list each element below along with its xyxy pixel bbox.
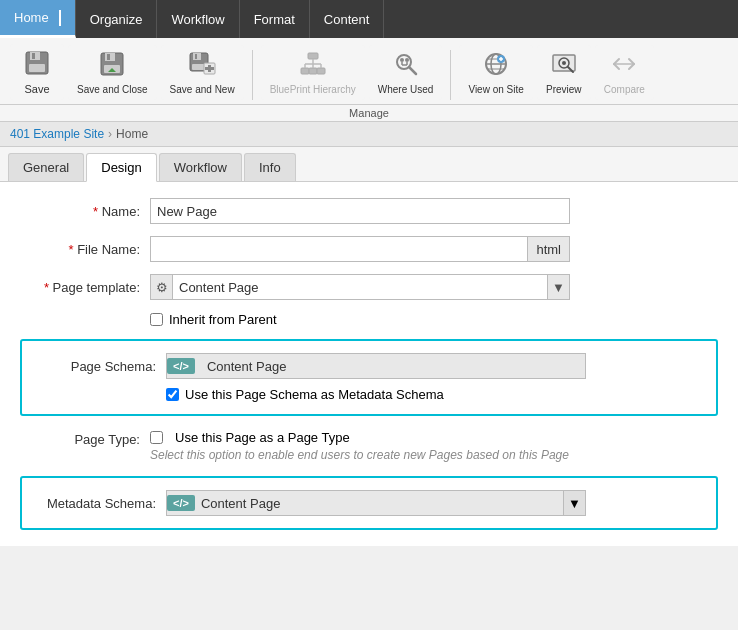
- nav-workflow[interactable]: Workflow: [157, 0, 239, 38]
- save-close-icon: [98, 50, 126, 82]
- save-icon: [23, 49, 51, 81]
- nav-format[interactable]: Format: [240, 0, 310, 38]
- page-type-checkbox-label[interactable]: Use this Page as a Page Type: [175, 430, 350, 445]
- save-close-button[interactable]: Save and Close: [68, 45, 157, 100]
- breadcrumb-site[interactable]: 401 Example Site: [10, 127, 104, 141]
- page-schema-row: Page Schema: </>: [36, 353, 702, 379]
- page-schema-label: Page Schema:: [36, 359, 166, 374]
- view-site-icon: [482, 50, 510, 82]
- svg-rect-7: [107, 54, 110, 60]
- template-dropdown-button[interactable]: ▼: [548, 274, 570, 300]
- view-site-button[interactable]: View on Site: [459, 45, 532, 100]
- svg-point-42: [562, 61, 566, 65]
- use-schema-label[interactable]: Use this Page Schema as Metadata Schema: [185, 387, 444, 402]
- preview-icon: [550, 50, 578, 82]
- tab-workflow[interactable]: Workflow: [159, 153, 242, 181]
- filename-label: File Name:: [20, 242, 150, 257]
- breadcrumb: 401 Example Site › Home: [0, 122, 738, 147]
- breadcrumb-separator: ›: [108, 127, 112, 141]
- metadata-schema-row: Metadata Schema: </> ▼: [36, 490, 702, 516]
- svg-line-26: [409, 67, 416, 74]
- ribbon-manage-label: Manage: [0, 105, 738, 122]
- use-schema-row: Use this Page Schema as Metadata Schema: [36, 387, 702, 402]
- ribbon: Save Save and Close: [0, 38, 738, 105]
- preview-button[interactable]: Preview: [537, 45, 591, 100]
- use-schema-checkbox[interactable]: [166, 388, 179, 401]
- manage-text: Manage: [349, 107, 389, 119]
- inherit-row: Inherit from Parent: [20, 312, 718, 327]
- nav-organize-label: Organize: [90, 12, 143, 27]
- template-input[interactable]: [172, 274, 548, 300]
- metadata-schema-icon: </>: [167, 495, 195, 511]
- nav-content-label: Content: [324, 12, 370, 27]
- metadata-dropdown-button[interactable]: ▼: [563, 491, 585, 515]
- where-used-label: Where Used: [378, 84, 434, 95]
- save-new-label: Save and New: [170, 84, 235, 95]
- nav-content[interactable]: Content: [310, 0, 385, 38]
- name-row: Name:: [20, 198, 718, 224]
- filename-extension: html: [527, 236, 570, 262]
- tab-info[interactable]: Info: [244, 153, 296, 181]
- save-button[interactable]: Save: [10, 44, 64, 100]
- svg-rect-19: [317, 68, 325, 74]
- svg-point-27: [400, 58, 404, 62]
- template-row: Page template: ⚙ ▼: [20, 274, 718, 300]
- save-label: Save: [24, 83, 49, 95]
- save-close-label: Save and Close: [77, 84, 148, 95]
- compare-icon: [610, 50, 638, 82]
- svg-rect-17: [301, 68, 309, 74]
- blueprint-icon: [299, 50, 327, 82]
- main-content: Name: File Name: html Page template: ⚙ ▼…: [0, 182, 738, 546]
- breadcrumb-page: Home: [116, 127, 148, 141]
- template-label: Page template:: [20, 280, 150, 295]
- view-site-label: View on Site: [468, 84, 523, 95]
- tab-bar: General Design Workflow Info: [0, 147, 738, 182]
- page-type-description: Select this option to enable end users t…: [150, 448, 718, 462]
- schema-code-icon: </>: [167, 358, 195, 374]
- nav-bar: Home Organize Workflow Format Content: [0, 0, 738, 38]
- svg-rect-11: [192, 64, 205, 70]
- compare-label: Compare: [604, 84, 645, 95]
- page-type-content: Use this Page as a Page Type Select this…: [150, 430, 718, 462]
- inherit-label[interactable]: Inherit from Parent: [169, 312, 277, 327]
- svg-rect-2: [29, 64, 45, 72]
- name-label: Name:: [20, 204, 150, 219]
- blueprint-label: BluePrint Hierarchy: [270, 84, 356, 95]
- nav-organize[interactable]: Organize: [76, 0, 158, 38]
- blueprint-button[interactable]: BluePrint Hierarchy: [261, 45, 365, 100]
- tab-general[interactable]: General: [8, 153, 84, 181]
- page-type-label: Page Type:: [20, 430, 150, 447]
- nav-home-label: Home: [14, 10, 49, 25]
- filename-input[interactable]: [150, 236, 527, 262]
- metadata-schema-label: Metadata Schema:: [36, 496, 166, 511]
- name-input[interactable]: [150, 198, 570, 224]
- svg-rect-16: [308, 53, 318, 59]
- ribbon-divider-2: [450, 50, 451, 100]
- filename-row: File Name: html: [20, 236, 718, 262]
- nav-home[interactable]: Home: [0, 0, 76, 38]
- save-new-icon: [188, 50, 216, 82]
- page-schema-input[interactable]: [201, 354, 585, 378]
- svg-point-28: [405, 58, 409, 62]
- tab-design[interactable]: Design: [86, 153, 156, 182]
- preview-label: Preview: [546, 84, 582, 95]
- inherit-checkbox[interactable]: [150, 313, 163, 326]
- svg-rect-12: [195, 54, 197, 59]
- svg-rect-18: [309, 68, 317, 74]
- svg-rect-15: [205, 67, 214, 70]
- ribbon-divider-1: [252, 50, 253, 100]
- nav-format-label: Format: [254, 12, 295, 27]
- compare-button[interactable]: Compare: [595, 45, 654, 100]
- svg-rect-3: [32, 53, 35, 59]
- page-schema-section: Page Schema: </> Use this Page Schema as…: [20, 339, 718, 416]
- metadata-schema-input[interactable]: [195, 491, 563, 515]
- where-used-icon: [392, 50, 420, 82]
- template-gear-icon: ⚙: [150, 274, 172, 300]
- nav-workflow-label: Workflow: [171, 12, 224, 27]
- where-used-button[interactable]: Where Used: [369, 45, 443, 100]
- save-new-button[interactable]: Save and New: [161, 45, 244, 100]
- page-type-row: Use this Page as a Page Type: [150, 430, 718, 445]
- page-type-checkbox[interactable]: [150, 431, 163, 444]
- metadata-schema-section: Metadata Schema: </> ▼: [20, 476, 718, 530]
- page-type-section: Page Type: Use this Page as a Page Type …: [20, 430, 718, 462]
